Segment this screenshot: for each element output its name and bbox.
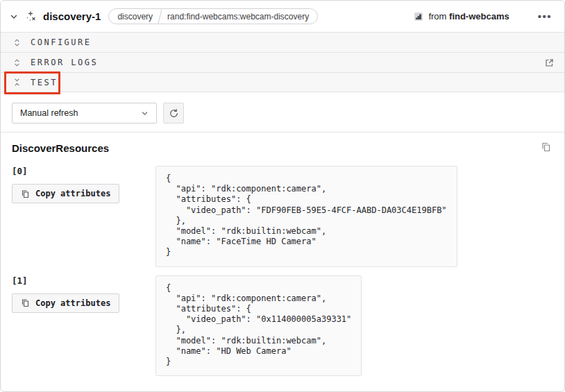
result-json: { "api": "rdk:component:camera", "attrib… bbox=[155, 275, 362, 377]
unfold-more-icon bbox=[12, 58, 22, 67]
unfold-more-icon bbox=[12, 38, 22, 47]
more-options-button[interactable]: ••• bbox=[537, 10, 553, 23]
refresh-mode-select[interactable]: Manual refresh bbox=[12, 103, 157, 123]
open-in-new-icon[interactable] bbox=[544, 58, 555, 68]
from-module-name: find-webcams bbox=[449, 11, 509, 22]
component-card: discovery-1 discovery rand:find-webcams:… bbox=[0, 0, 565, 392]
section-error-logs[interactable]: ERROR LOGS bbox=[1, 52, 564, 72]
section-configure[interactable]: CONFIGURE bbox=[1, 32, 564, 52]
discovery-service-icon bbox=[25, 10, 37, 22]
badge-separator bbox=[158, 9, 162, 24]
component-type-badge: discovery rand:find-webcams:webcam-disco… bbox=[108, 8, 318, 24]
section-test-label: TEST bbox=[31, 78, 58, 87]
result-row: [0] Copy attributes { "api": "rdk:compon… bbox=[12, 166, 553, 267]
error-logs-actions bbox=[544, 58, 555, 68]
component-header: discovery-1 discovery rand:find-webcams:… bbox=[1, 1, 564, 32]
refresh-icon bbox=[169, 108, 179, 119]
header-right: from find-webcams ••• bbox=[414, 10, 553, 23]
unfold-less-icon bbox=[12, 78, 22, 87]
refresh-bar: Manual refresh bbox=[1, 92, 564, 132]
collapse-chevron-icon[interactable] bbox=[9, 12, 19, 22]
method-title: DiscoverResources bbox=[12, 142, 553, 154]
chevron-down-icon bbox=[140, 109, 149, 118]
copy-attributes-button[interactable]: Copy attributes bbox=[12, 293, 119, 313]
copy-attributes-label: Copy attributes bbox=[35, 298, 110, 308]
section-error-logs-label: ERROR LOGS bbox=[31, 58, 98, 67]
copy-icon bbox=[21, 298, 30, 307]
refresh-button[interactable] bbox=[163, 103, 184, 123]
module-icon bbox=[414, 12, 423, 22]
copy-attributes-button[interactable]: Copy attributes bbox=[12, 184, 119, 203]
result-meta: [0] Copy attributes bbox=[12, 166, 155, 203]
result-meta: [1] Copy attributes bbox=[12, 275, 155, 313]
result-index-label: [0] bbox=[12, 166, 155, 176]
result-index-label: [1] bbox=[12, 275, 155, 286]
section-test[interactable]: TEST bbox=[1, 72, 564, 92]
copy-attributes-label: Copy attributes bbox=[35, 189, 110, 198]
badge-type-label: discovery bbox=[117, 12, 153, 22]
result-row: [1] Copy attributes { "api": "rdk:compon… bbox=[12, 275, 553, 377]
from-module-label: from find-webcams bbox=[428, 11, 509, 22]
component-title: discovery-1 bbox=[43, 10, 101, 22]
copy-all-icon[interactable] bbox=[541, 142, 551, 152]
badge-model-label: rand:find-webcams:webcam-discovery bbox=[167, 12, 309, 22]
copy-icon bbox=[21, 189, 30, 198]
result-json: { "api": "rdk:component:camera", "attrib… bbox=[155, 166, 457, 267]
section-configure-label: CONFIGURE bbox=[31, 37, 92, 47]
refresh-mode-value: Manual refresh bbox=[20, 108, 78, 118]
test-results-panel: DiscoverResources [0] Copy attribut bbox=[1, 133, 564, 387]
